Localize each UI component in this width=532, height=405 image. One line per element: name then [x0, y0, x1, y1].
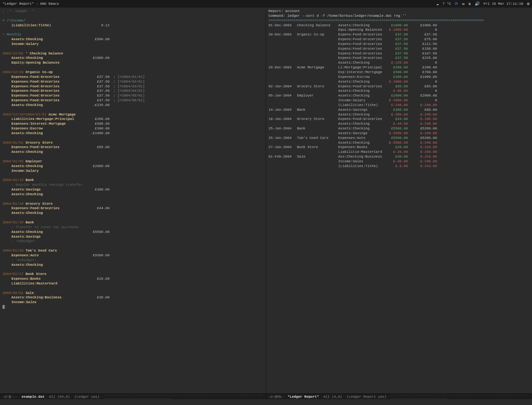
src-posting: Income:Salary [3, 169, 263, 173]
src-posting: Expenses:Interest:Mortgage£500.00 [3, 122, 263, 126]
report-row: 19-Jan-2004Grocery StoreExpens:Food:Groc… [269, 117, 529, 122]
src-posting: Expenses:Books£20.00 [3, 277, 263, 281]
src-posting: Assets:Savings [3, 234, 263, 239]
settings-icon[interactable]: ⚙ [527, 1, 529, 6]
src-posting: Assets:Checking [3, 192, 263, 197]
report-buffer[interactable]: Report: accountCommand: ledger --sort d … [266, 8, 532, 394]
src-entry-header: 2004/01/05 Employer [3, 159, 263, 164]
src-posting: Expenses:Escrow£300.00 [3, 126, 263, 131]
workspace: ; -*- ledger -*- = /^Income/(Liabilities… [0, 8, 532, 399]
report-row: Income:Sales£-30.00£-240.00 [269, 159, 529, 164]
src-tag: ; :nobudget: [11, 258, 36, 262]
source-pane: ; -*- ledger -*- = /^Income/(Liabilities… [0, 8, 266, 399]
report-row: Assets:Checking£-5500.00£-240.00 [269, 140, 529, 145]
minor-modes: (Ledger Report yas) [347, 395, 386, 399]
report-row: 01-Feb-2004SaleAss:Checking:Business£30.… [269, 154, 529, 159]
report-row: Exp:Interest:Mortgage£500.00£700.00 [269, 70, 529, 75]
modeline-fill: ----------------------------------------… [104, 393, 263, 400]
src-account: Assets:Checking [11, 37, 87, 42]
src-entry-header: 2003/12/20 Organic Co-op [3, 70, 263, 75]
mode-indicator: -U:@--- [3, 395, 17, 399]
weather-text: 7 °C [443, 2, 451, 6]
minor-modes: (Ledger yas) [74, 395, 99, 399]
src-comment: ; Transfer to cover car purchase [11, 225, 78, 229]
position: All (4,0) [323, 395, 342, 399]
src-entry-header: 2004/02/01 Sale [3, 291, 263, 296]
right-modeline: -U:@%%- *Ledger Report* All (4,0) (Ledge… [266, 394, 532, 399]
src-posting: Assets:Checking [3, 150, 263, 154]
report-row: Expenses:Escrow£300.00£1000.00 [269, 75, 529, 79]
report-row: Assets:Checking£-44.00£-240.00 [269, 122, 529, 126]
report-row: 05-Jan-2004EmployerAssets:Checking£2000.… [269, 93, 529, 98]
src-amount: £500.00 [87, 37, 110, 42]
report-row: 20-Dec-2003Organic Co-opExpens:Food:Groc… [269, 32, 529, 37]
src-entry-header: 2004/01/27 Book Store [3, 272, 263, 277]
report-row: 25-Jan-2004Tom's Used CarsExpenses:Auto£… [269, 136, 529, 140]
src-entry-header: 2003/12/28=2004/01/01 Acme Mortgage [3, 112, 263, 117]
src-posting: Equity:Opening Balances [3, 60, 263, 65]
src-entry-header: 2004/01/19 Grocery Store [3, 202, 263, 206]
report-command: Command: ledger --sort d -f /home/borbus… [269, 14, 529, 18]
network-icon[interactable]: ⇅ [468, 1, 471, 6]
src-amount: 0.12 [87, 23, 110, 28]
report-row: Expens:Food:Groceries£37.50£150.00 [269, 47, 529, 51]
buffer-name: *Ledger Report* [288, 395, 319, 399]
report-row: Assets:Checking£-225.000 [269, 60, 529, 65]
src-posting: Assets:Checking:Business£30.00 [3, 295, 263, 300]
src-posting: Expenses:Food:Groceries£37.50; [=2004/04… [3, 89, 263, 93]
report-row: Assets:Checking£-65.000 [269, 89, 529, 93]
clock: Fri 15 Mar 17:11:19 [484, 2, 523, 6]
src-periodic: ~ Monthly [3, 33, 21, 36]
report-row: Expens:Food:Groceries£37.50£112.50 [269, 42, 529, 47]
src-rule: = /^Income/ [3, 19, 26, 22]
src-posting: Assets:Checking£1000.00 [3, 56, 263, 60]
src-posting: Assets:Checking [3, 263, 263, 267]
report-row: 27-Jan-2004Book StoreExpenses:Books£20.0… [269, 145, 529, 150]
window-title: *Ledger Report* - GNU Emacs [3, 2, 59, 6]
src-posting: Expenses:Food:Groceries£37.50; [=2004/03… [3, 84, 263, 89]
left-modeline: -U:@--- example.dat All (64,0) (Ledger y… [0, 394, 266, 399]
report-row: Assets:Savings£-5500.00£-240.00 [269, 131, 529, 136]
src-posting: Assets:Checking£5500.00 [3, 230, 263, 234]
report-row: Expens:Food:Groceries£37.50£225.00 [269, 56, 529, 60]
src-posting: Liabilities:Mortgage:Principal£200.00 [3, 117, 263, 122]
report-row: Expens:Food:Groceries£37.50£75.00 [269, 37, 529, 42]
report-row: Liabilitie:MasterCard£-20.00£-240.00 [269, 150, 529, 154]
src-posting: Income:Sales [3, 300, 263, 305]
report-row: Expens:Food:Groceries£37.50£187.50 [269, 51, 529, 56]
src-account: (Liabilities:Tithe) [11, 23, 87, 28]
src-posting: Expenses:Food:Groceries£37.50; [=2004/01… [3, 75, 263, 79]
src-posting: Expenses:Food:Groceries£37.50; [=2004/05… [3, 93, 263, 98]
report-row: (Liabilities:Tithe)£-3.60£-243.60 [269, 164, 529, 169]
src-posting: Assets:Checking [3, 211, 263, 215]
buffer-name: example.dat [22, 395, 45, 399]
volume-icon[interactable]: 🔊 [475, 1, 480, 6]
src-tag: ; :nobudget: [11, 239, 36, 243]
report-separator: ========================================… [269, 18, 529, 23]
src-entry-header: 2004/01/25 Bank [3, 220, 263, 225]
src-account: Income:Salary [11, 42, 87, 47]
report-row: 28-Dec-2003Acme MortgageLi:Mortgage:Prin… [269, 65, 529, 70]
report-row: Equi:Opening Balances£-1000.000 [269, 28, 529, 32]
src-entry-header: 2004/01/02 Grocery Store [3, 140, 263, 145]
report-row: Income:Salary£-2000.000 [269, 98, 529, 103]
report-row: 02-Jan-2004Grocery StoreExpens:Food:Groc… [269, 84, 529, 89]
report-row: 14-Jan-2004BankAssets:Savings£300.00£60.… [269, 108, 529, 112]
refresh-icon[interactable]: ⟳ [455, 1, 458, 6]
src-posting: Assets:Savings£300.00 [3, 187, 263, 192]
report-row: 01-Dec-2003Checking balanceAssets:Checki… [269, 23, 529, 28]
position: All (64,0) [49, 395, 70, 399]
minibuffer[interactable] [0, 399, 532, 405]
src-posting: Assets:Checking-£225.00 [3, 103, 263, 108]
src-entry-header: 2004/01/14 Bank [3, 178, 263, 183]
cursor [3, 305, 5, 309]
src-posting: Expenses:Food:Groceries£37.50; [=2004/02… [3, 79, 263, 84]
weather-icon: ☁ [436, 1, 439, 6]
src-entry-header: 2003/12/01 * Checking balance [3, 51, 263, 56]
src-entry-header: 2004/01/25 Tom's Used Cars [3, 248, 263, 253]
report-row: Assets:Checking£-1000.000 [269, 79, 529, 84]
mail-icon[interactable]: ✉ [462, 1, 465, 6]
src-posting: Liabilities:MasterCard [3, 281, 263, 286]
source-buffer[interactable]: ; -*- ledger -*- = /^Income/(Liabilities… [0, 8, 266, 394]
report-label: Report: account [269, 9, 529, 14]
